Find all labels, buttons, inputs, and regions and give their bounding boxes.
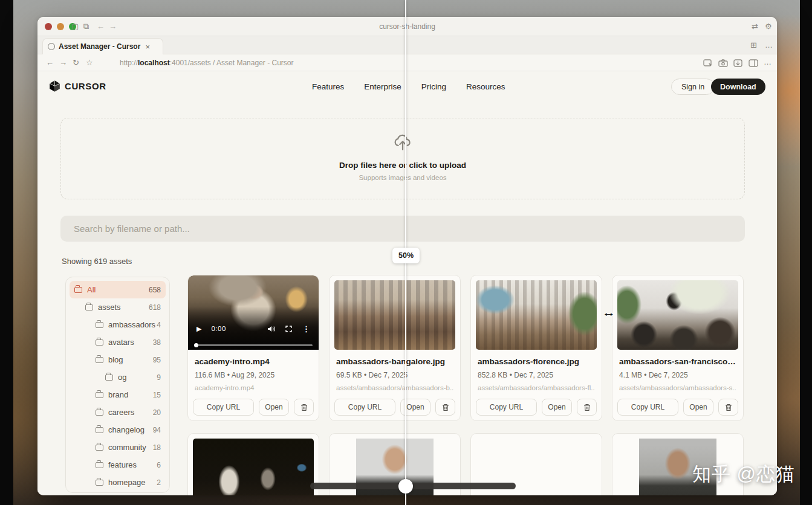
comparison-slider-track[interactable] bbox=[310, 483, 516, 489]
asset-name: ambassadors-florence.jpg bbox=[478, 357, 595, 366]
folder-icon bbox=[96, 480, 103, 486]
open-button[interactable]: Open bbox=[259, 399, 289, 416]
tree-item-features[interactable]: features 6 bbox=[70, 456, 166, 474]
screen-edge-left bbox=[0, 0, 13, 505]
tree-item-all[interactable]: All 658 bbox=[70, 281, 166, 298]
dropzone-title: Drop files here or click to upload bbox=[61, 161, 744, 170]
tree-item-og[interactable]: og 9 bbox=[70, 368, 166, 386]
video-progress-bar[interactable] bbox=[194, 344, 313, 346]
nav-item-pricing[interactable]: Pricing bbox=[421, 82, 446, 91]
video-thumbnail[interactable]: ▶ 0:00 ⋮ bbox=[188, 275, 319, 350]
copy-url-button[interactable]: Copy URL bbox=[617, 399, 678, 416]
asset-thumbnail[interactable] bbox=[617, 280, 738, 350]
comparison-slider-handle[interactable] bbox=[398, 479, 413, 494]
tree-item-assets[interactable]: assets 618 bbox=[70, 298, 166, 316]
tree-item-careers[interactable]: careers 20 bbox=[70, 404, 166, 421]
tree-item-ambassadors[interactable]: ambassadors 4 bbox=[70, 316, 166, 333]
page-content: CURSOR Features Enterprise Pricing Resou… bbox=[37, 71, 777, 495]
folder-icon bbox=[96, 427, 103, 433]
tree-item-changelog[interactable]: changelog 94 bbox=[70, 421, 166, 439]
tree-item-blog[interactable]: blog 95 bbox=[70, 351, 166, 368]
tree-item-community[interactable]: community 18 bbox=[70, 439, 166, 456]
open-button[interactable]: Open bbox=[683, 399, 713, 416]
asset-thumbnail[interactable] bbox=[334, 280, 455, 350]
asset-card-academy-intro[interactable]: ▶ 0:00 ⋮ academy-intro.mp4 116.6 MB • Au… bbox=[187, 275, 319, 421]
window-titlebar[interactable]: ▢ ⧉ ← → cursor-sh-landing ⇄ ⚙ bbox=[37, 17, 777, 36]
fullscreen-icon[interactable] bbox=[285, 326, 292, 332]
volume-icon[interactable] bbox=[267, 326, 275, 332]
video-menu-icon[interactable]: ⋮ bbox=[302, 324, 310, 333]
delete-button[interactable] bbox=[294, 399, 314, 416]
nav-item-features[interactable]: Features bbox=[312, 82, 344, 91]
folder-icon bbox=[74, 287, 82, 293]
nav-back-icon[interactable]: ← bbox=[46, 57, 54, 68]
tree-item-avatars[interactable]: avatars 38 bbox=[70, 333, 166, 351]
url-path: :4001/assets bbox=[170, 59, 211, 67]
screen-edge-right bbox=[800, 0, 812, 505]
tab-close-icon[interactable]: × bbox=[145, 42, 150, 51]
upload-dropzone[interactable]: Drop files here or click to upload Suppo… bbox=[60, 118, 745, 199]
camera-icon[interactable] bbox=[718, 59, 728, 67]
tree-item-brand[interactable]: brand 15 bbox=[70, 386, 166, 404]
tab-more-icon[interactable]: … bbox=[765, 40, 773, 51]
nav-item-resources[interactable]: Resources bbox=[466, 82, 505, 91]
nav-item-enterprise[interactable]: Enterprise bbox=[364, 82, 401, 91]
folder-icon bbox=[85, 304, 93, 310]
asset-card[interactable] bbox=[187, 433, 319, 495]
url-scheme: http:// bbox=[120, 59, 138, 67]
delete-button[interactable] bbox=[577, 399, 597, 416]
trash-icon bbox=[442, 404, 449, 411]
play-icon[interactable]: ▶ bbox=[197, 325, 201, 333]
asset-grid: ▶ 0:00 ⋮ academy-intro.mp4 116.6 MB • Au… bbox=[187, 275, 744, 495]
video-progress-handle[interactable] bbox=[194, 343, 198, 347]
asset-path: assets/ambassadors/ambassadors-fl... bbox=[478, 384, 595, 391]
folder-icon bbox=[96, 392, 103, 398]
sign-in-button[interactable]: Sign in bbox=[671, 79, 715, 95]
asset-thumbnail[interactable] bbox=[476, 280, 597, 350]
asset-name: academy-intro.mp4 bbox=[195, 357, 312, 366]
video-shade bbox=[188, 275, 319, 350]
brand-name: CURSOR bbox=[65, 81, 106, 91]
desktop: ▢ ⧉ ← → cursor-sh-landing ⇄ ⚙ Asset Mana… bbox=[0, 0, 812, 505]
nav-forward-icon[interactable]: → bbox=[59, 57, 67, 68]
asset-path: academy-intro.mp4 bbox=[195, 384, 312, 391]
folder-icon bbox=[96, 339, 103, 346]
open-button[interactable]: Open bbox=[542, 399, 572, 416]
url-more-icon[interactable]: … bbox=[764, 57, 771, 68]
search-placeholder: Search by filename or path... bbox=[74, 224, 190, 234]
download-button[interactable]: Download bbox=[711, 79, 765, 95]
address-field[interactable]: http://localhost:4001/assets / Asset Man… bbox=[120, 59, 293, 67]
url-host: localhost bbox=[138, 59, 170, 67]
split-view-icon[interactable]: ⊞ bbox=[750, 40, 757, 51]
settings-gear-icon[interactable]: ⚙ bbox=[765, 21, 772, 32]
pip-icon[interactable] bbox=[703, 59, 713, 67]
asset-card-ambassadors-bangalore[interactable]: ambassadors-bangalore.jpg 69.5 KB • Dec … bbox=[329, 275, 461, 421]
delete-button[interactable] bbox=[718, 399, 738, 416]
video-controls[interactable]: ▶ 0:00 ⋮ bbox=[188, 321, 319, 336]
site-nav: Features Enterprise Pricing Resources bbox=[312, 82, 505, 91]
asset-card-ambassadors-san-francisco[interactable]: ambassadors-san-francisco.jpg 4.1 MB • D… bbox=[612, 275, 744, 421]
delete-button[interactable] bbox=[435, 399, 455, 416]
dropzone-subtitle: Supports images and videos bbox=[61, 174, 744, 181]
window-title: cursor-sh-landing bbox=[37, 22, 777, 31]
tab-asset-manager[interactable]: Asset Manager - Cursor × bbox=[42, 38, 163, 54]
copy-url-button[interactable]: Copy URL bbox=[193, 399, 254, 416]
asset-path: assets/ambassadors/ambassadors-b... bbox=[336, 384, 453, 391]
tab-switcher-icon[interactable]: ⇄ bbox=[752, 21, 758, 32]
reload-icon[interactable]: ↻ bbox=[73, 57, 79, 68]
bookmark-star-icon[interactable]: ☆ bbox=[86, 57, 93, 68]
upload-cloud-icon bbox=[61, 132, 744, 155]
downloads-icon[interactable] bbox=[733, 59, 742, 67]
cursor-logo[interactable]: CURSOR bbox=[48, 80, 106, 92]
folder-icon bbox=[96, 462, 103, 468]
tree-item-homepage[interactable]: homepage 2 bbox=[70, 474, 166, 491]
search-input[interactable]: Search by filename or path... bbox=[60, 216, 745, 242]
resize-cursor-icon: ↔ bbox=[602, 304, 615, 320]
asset-thumbnail[interactable] bbox=[193, 439, 314, 495]
asset-card-ambassadors-florence[interactable]: ambassadors-florence.jpg 852.8 KB • Dec … bbox=[470, 275, 602, 421]
sidebar-toggle-icon[interactable] bbox=[749, 59, 758, 67]
copy-url-button[interactable]: Copy URL bbox=[476, 399, 537, 416]
folder-icon bbox=[96, 357, 103, 363]
copy-url-button[interactable]: Copy URL bbox=[334, 399, 395, 416]
watermark: 知乎 @恋猫 bbox=[692, 462, 795, 487]
